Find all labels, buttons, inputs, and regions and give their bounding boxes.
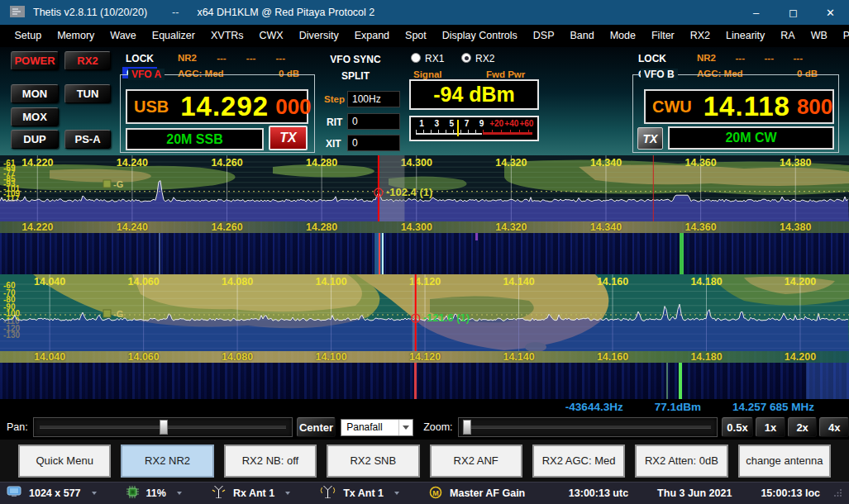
pan-slider[interactable]: [33, 417, 293, 437]
vfo-b-nr-label[interactable]: NR2: [697, 53, 716, 63]
chevron-down-icon[interactable]: [177, 492, 182, 495]
vfo-a-nr-label[interactable]: NR2: [178, 53, 197, 63]
window-subtitle: x64 DH1KLM @ Red Pitaya Protocol 2: [197, 7, 374, 18]
menu-item-dsp[interactable]: DSP: [525, 25, 562, 47]
rx2-panadapter[interactable]: 14.04014.06014.08014.10014.12014.14014.1…: [0, 274, 849, 351]
menu-item-diversity[interactable]: Diversity: [291, 25, 346, 47]
chevron-down-icon: [398, 420, 413, 435]
rx-antenna-selection[interactable]: Rx Ant 1: [233, 487, 274, 499]
power-button[interactable]: POWER: [11, 51, 59, 70]
maximize-button[interactable]: ◻: [775, 0, 812, 25]
vfo-b-tx-button[interactable]: TX: [637, 127, 663, 150]
menu-item-ra[interactable]: RA: [773, 25, 803, 47]
tx-antenna-selection[interactable]: Tx Ant 1: [343, 487, 384, 499]
menu-item-mode[interactable]: Mode: [602, 25, 643, 47]
rit-value-field[interactable]: 0: [347, 113, 400, 130]
waterfall-signal-streak: [379, 233, 380, 274]
menu-item-equalizer[interactable]: Equalizer: [144, 25, 203, 47]
menu-item-expand[interactable]: Expand: [346, 25, 397, 47]
center-button[interactable]: Center: [297, 417, 336, 437]
menu-item-xvtrs[interactable]: XVTRs: [203, 25, 251, 47]
zoom-2x-button[interactable]: 2x: [788, 417, 818, 437]
meter-rx1-label[interactable]: RX1: [425, 53, 444, 64]
rx2-button[interactable]: RX2: [64, 51, 111, 70]
s-meter-tick: +60: [519, 119, 534, 129]
xit-value-field[interactable]: 0: [347, 135, 400, 151]
s-meter-tick: 3: [429, 119, 444, 129]
zoom-slider[interactable]: [458, 417, 718, 437]
menu-item-memory[interactable]: Memory: [50, 25, 103, 47]
gain-line-marker[interactable]: -G: [113, 179, 123, 189]
pan-freq-label: 14.200: [785, 276, 816, 288]
chevron-down-icon[interactable]: [285, 492, 290, 495]
s-meter-white-scale: [416, 130, 482, 135]
rx2-anf-button[interactable]: RX2 ANF: [430, 445, 522, 478]
pan-freq-label: 14.280: [306, 157, 337, 169]
rx1-waterfall[interactable]: 14.22014.24014.26014.28014.30014.32014.3…: [0, 221, 849, 274]
menu-item-filter[interactable]: Filter: [643, 25, 682, 47]
split-toggle[interactable]: SPLIT: [322, 70, 389, 82]
menu-item-cwx[interactable]: CWX: [251, 25, 291, 47]
meter-rx2-radio[interactable]: [461, 53, 471, 63]
rx2-nb-button[interactable]: RX2 NB: off: [224, 445, 317, 478]
menu-item-wave[interactable]: Wave: [103, 25, 145, 47]
menu-item-linearity[interactable]: Linearity: [718, 25, 773, 47]
mox-button[interactable]: MOX: [11, 107, 59, 126]
chevron-down-icon[interactable]: [394, 492, 399, 495]
display-resolution[interactable]: 1024 x 577: [29, 487, 81, 499]
vfo-a-tx-button[interactable]: TX: [269, 126, 308, 150]
rx2-snb-button[interactable]: RX2 SNB: [327, 445, 419, 478]
change-antenna-button[interactable]: change antenna: [738, 445, 831, 478]
rx1-panadapter[interactable]: 14.22014.24014.26014.28014.30014.32014.3…: [0, 155, 849, 221]
waterfall-freq-label: 14.320: [495, 221, 527, 233]
tun-button[interactable]: TUN: [64, 84, 111, 103]
zoom-0_5x-button[interactable]: 0.5x: [722, 417, 754, 437]
rx2-waterfall-labels: 14.04014.06014.08014.10014.12014.14014.1…: [0, 351, 849, 399]
zoom-1x-button[interactable]: 1x: [756, 417, 785, 437]
vfo-b-frequency-display[interactable]: CWU 14.118 800: [644, 89, 834, 124]
waterfall-freq-label: 14.100: [315, 351, 346, 363]
vfo-b-lock-toggle[interactable]: LOCK: [638, 53, 666, 64]
s-meter: 1 3 5 7 9 +20 +40 +60: [409, 116, 539, 141]
quick-menu-button[interactable]: Quick Menu: [18, 445, 111, 478]
dup-button[interactable]: DUP: [11, 130, 59, 149]
menu-item-wb[interactable]: WB: [803, 25, 835, 47]
display-mode-select[interactable]: Panafall: [341, 419, 413, 436]
meter-rx1-radio[interactable]: [411, 53, 421, 63]
resize-grip[interactable]: [834, 487, 842, 499]
display-mode-value: Panafall: [341, 421, 398, 433]
rx2-nr2-button[interactable]: RX2 NR2: [121, 445, 213, 478]
vfo-a-frequency-display[interactable]: USB 14.292 000: [126, 89, 308, 124]
vfo-sync-toggle[interactable]: VFO SYNC: [322, 54, 389, 65]
meter-rx2-label[interactable]: RX2: [475, 53, 494, 64]
vfo-a-lock-toggle[interactable]: LOCK: [126, 53, 154, 64]
zoom-slider-thumb[interactable]: [463, 420, 471, 435]
cursor-frequency-readout: 14.257 685 MHz: [732, 401, 814, 413]
close-button[interactable]: ✕: [812, 0, 849, 25]
signal-meter-label[interactable]: Signal: [413, 69, 442, 79]
menu-item-rx2[interactable]: RX2: [682, 25, 718, 47]
zoom-4x-button[interactable]: 4x: [819, 417, 849, 437]
ps-a-button[interactable]: PS-A: [64, 130, 111, 149]
pan-slider-thumb[interactable]: [160, 420, 168, 435]
menu-item-band[interactable]: Band: [562, 25, 602, 47]
menu-item-setup[interactable]: Setup: [7, 25, 50, 47]
rx2-atten-button[interactable]: RX2 Atten: 0dB: [635, 445, 727, 478]
menu-item-pi[interactable]: PI: [835, 25, 849, 47]
rx2-waterfall[interactable]: 14.04014.06014.08014.10014.12014.14014.1…: [0, 351, 849, 399]
menu-item-spot[interactable]: Spot: [398, 25, 435, 47]
mon-button[interactable]: MON: [11, 84, 59, 103]
step-value-field[interactable]: 100Hz: [347, 91, 400, 107]
cpu-usage[interactable]: 11%: [146, 487, 166, 499]
utc-clock: 13:00:13 utc: [569, 487, 628, 499]
vfo-b-band-display[interactable]: 20M CW: [668, 126, 834, 150]
chevron-down-icon[interactable]: [92, 492, 97, 495]
gain-line-marker[interactable]: -G: [113, 309, 123, 319]
menu-item-display-controls[interactable]: Display Controls: [434, 25, 525, 47]
vfo-a-anf-value: ---: [246, 53, 256, 63]
rx2-agc-button[interactable]: RX2 AGC: Med: [532, 445, 625, 478]
minimize-button[interactable]: –: [737, 0, 775, 25]
master-af-gain-label[interactable]: Master AF Gain: [450, 487, 525, 499]
vfo-a-band-display[interactable]: 20M SSB: [126, 128, 264, 150]
fwd-pwr-meter-label[interactable]: Fwd Pwr: [486, 69, 525, 79]
